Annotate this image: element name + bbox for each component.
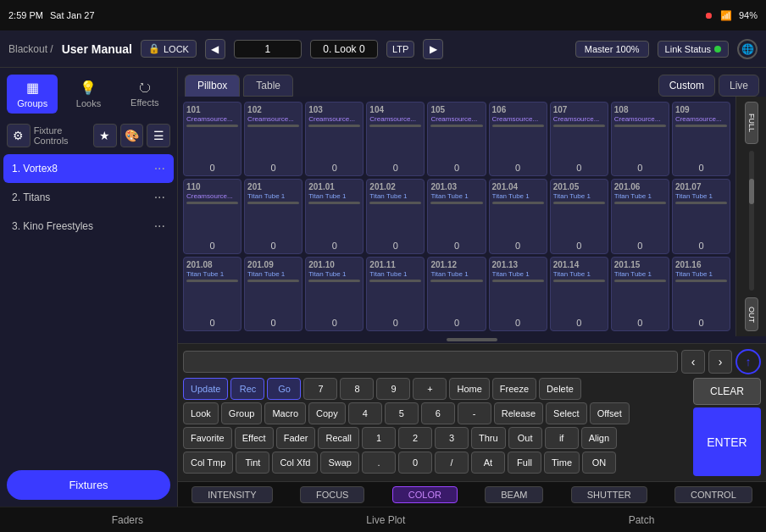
tab-table[interactable]: Table: [243, 75, 293, 97]
group-menu-dots-3[interactable]: ···: [154, 219, 165, 234]
go-button[interactable]: Go: [267, 378, 301, 400]
scrollbar-thumb[interactable]: [749, 179, 754, 204]
fixture-cell[interactable]: 201.15 Titan Tube 1 0: [611, 257, 669, 331]
fixture-cell[interactable]: 101 Creamsource... 0: [183, 102, 241, 176]
align-button[interactable]: Align: [581, 427, 617, 449]
fixture-cell[interactable]: 103 Creamsource... 0: [305, 102, 364, 176]
fixture-cell[interactable]: 109 Creamsource... 0: [672, 102, 730, 176]
group-button[interactable]: Group: [221, 402, 263, 424]
star-button[interactable]: ★: [93, 124, 117, 147]
fixture-cell[interactable]: 104 Creamsource... 0: [366, 102, 425, 176]
fixture-cell[interactable]: 107 Creamsource... 0: [550, 102, 608, 176]
on-button[interactable]: ON: [582, 452, 616, 474]
fixture-cell[interactable]: 201.13 Titan Tube 1 0: [489, 257, 547, 331]
full-button[interactable]: FULL: [745, 102, 758, 144]
if-button[interactable]: if: [545, 427, 579, 449]
group-item-kino[interactable]: 3. Kino Freestyles ···: [3, 212, 174, 241]
slash-button[interactable]: /: [435, 452, 469, 474]
keypad-prev-button[interactable]: ‹: [681, 350, 705, 374]
lock-button[interactable]: 🔒 LOCK: [141, 40, 197, 58]
faders-tab[interactable]: Faders: [98, 511, 157, 529]
full-key-button[interactable]: Full: [508, 452, 541, 474]
freeze-button[interactable]: Freeze: [492, 378, 536, 400]
num5-button[interactable]: 5: [385, 402, 419, 424]
network-icon[interactable]: 🌐: [737, 39, 758, 59]
group-item-titans[interactable]: 2. Titans ···: [3, 183, 174, 212]
fixture-cell[interactable]: 201.09 Titan Tube 1 0: [244, 257, 303, 331]
num1-button[interactable]: 1: [362, 427, 396, 449]
fixture-cell[interactable]: 201 Titan Tube 1 0: [244, 179, 303, 253]
col-tmp-button[interactable]: Col Tmp: [183, 452, 233, 474]
fixture-cell[interactable]: 201.06 Titan Tube 1 0: [611, 179, 669, 253]
color-button[interactable]: COLOR: [392, 486, 458, 503]
fixture-cell[interactable]: 201.11 Titan Tube 1 0: [366, 257, 425, 331]
scrollbar-track[interactable]: [749, 151, 754, 291]
rec-button[interactable]: Rec: [230, 378, 264, 400]
num2-button[interactable]: 2: [398, 427, 432, 449]
recall-button[interactable]: Recall: [318, 427, 359, 449]
intensity-button[interactable]: INTENSITY: [192, 486, 272, 503]
fixture-cell[interactable]: 105 Creamsource... 0: [427, 102, 486, 176]
keypad-next-button[interactable]: ›: [708, 350, 732, 374]
fixture-cell[interactable]: 201.12 Titan Tube 1 0: [427, 257, 486, 331]
control-button[interactable]: CONTROL: [674, 486, 752, 503]
sidebar-tab-looks[interactable]: 💡 Looks: [63, 75, 114, 114]
col-xfd-button[interactable]: Col Xfd: [272, 452, 318, 474]
fixture-cell[interactable]: 106 Creamsource... 0: [489, 102, 547, 176]
fixture-cell[interactable]: 201.01 Titan Tube 1 0: [305, 179, 364, 253]
tab-pillbox[interactable]: Pillbox: [185, 75, 240, 97]
favorite-button[interactable]: Favorite: [183, 427, 232, 449]
master-button[interactable]: Master 100%: [575, 41, 649, 58]
plus-button[interactable]: +: [413, 378, 447, 400]
num9-button[interactable]: 9: [376, 378, 410, 400]
thru-button[interactable]: Thru: [471, 427, 506, 449]
sidebar-tab-groups[interactable]: ▦ Groups: [7, 75, 58, 114]
release-button[interactable]: Release: [494, 402, 543, 424]
fixture-controls-button[interactable]: ⚙: [7, 124, 31, 147]
clear-button[interactable]: CLEAR: [693, 378, 761, 405]
home-button[interactable]: Home: [449, 378, 489, 400]
num7-button[interactable]: 7: [303, 378, 337, 400]
fader-button[interactable]: Fader: [276, 427, 316, 449]
dot-button[interactable]: .: [362, 452, 396, 474]
fixture-cell[interactable]: 108 Creamsource... 0: [611, 102, 669, 176]
look-button[interactable]: Look: [183, 402, 219, 424]
offset-button[interactable]: Offset: [590, 402, 630, 424]
out-key-button[interactable]: Out: [508, 427, 542, 449]
liveplot-tab[interactable]: Live Plot: [352, 511, 419, 529]
fixture-cell[interactable]: 201.14 Titan Tube 1 0: [550, 257, 608, 331]
swap-button[interactable]: Swap: [320, 452, 359, 474]
next-cue-button[interactable]: ▶: [423, 39, 443, 59]
shutter-button[interactable]: SHUTTER: [571, 486, 647, 503]
sidebar-tab-effects[interactable]: ⭮ Effects: [119, 75, 170, 114]
fixture-cell[interactable]: 201.03 Titan Tube 1 0: [427, 179, 486, 253]
fixture-cell[interactable]: 201.08 Titan Tube 1 0: [183, 257, 241, 331]
group-menu-dots-2[interactable]: ···: [154, 190, 165, 205]
fixture-cell[interactable]: 201.10 Titan Tube 1 0: [305, 257, 364, 331]
custom-button[interactable]: Custom: [658, 75, 715, 97]
fixture-cell[interactable]: 201.07 Titan Tube 1 0: [672, 179, 730, 253]
keypad-up-button[interactable]: ↑: [735, 349, 761, 374]
tint-button[interactable]: Tint: [236, 452, 269, 474]
list-button[interactable]: ☰: [147, 124, 170, 147]
fixture-cell[interactable]: 201.05 Titan Tube 1 0: [550, 179, 608, 253]
fixture-cell[interactable]: 102 Creamsource... 0: [244, 102, 303, 176]
patch-tab[interactable]: Patch: [615, 511, 669, 529]
beam-button[interactable]: BEAM: [485, 486, 543, 503]
minus-button[interactable]: -: [458, 402, 491, 424]
at-button[interactable]: At: [471, 452, 505, 474]
enter-button[interactable]: ENTER: [693, 407, 761, 476]
fixture-cell[interactable]: 110 Creamsource... 0: [183, 179, 241, 253]
time-button[interactable]: Time: [544, 452, 580, 474]
num4-button[interactable]: 4: [348, 402, 382, 424]
search-input[interactable]: [183, 351, 678, 373]
group-menu-dots[interactable]: ···: [154, 161, 165, 176]
out-button[interactable]: OUT: [745, 297, 758, 331]
group-item-vortex8[interactable]: 1. Vortex8 ···: [3, 154, 174, 183]
num3-button[interactable]: 3: [435, 427, 469, 449]
fixtures-button[interactable]: Fixtures: [7, 470, 170, 500]
live-button[interactable]: Live: [719, 75, 759, 97]
num0-button[interactable]: 0: [398, 452, 432, 474]
effect-button[interactable]: Effect: [235, 427, 274, 449]
fixture-cell[interactable]: 201.16 Titan Tube 1 0: [672, 257, 730, 331]
